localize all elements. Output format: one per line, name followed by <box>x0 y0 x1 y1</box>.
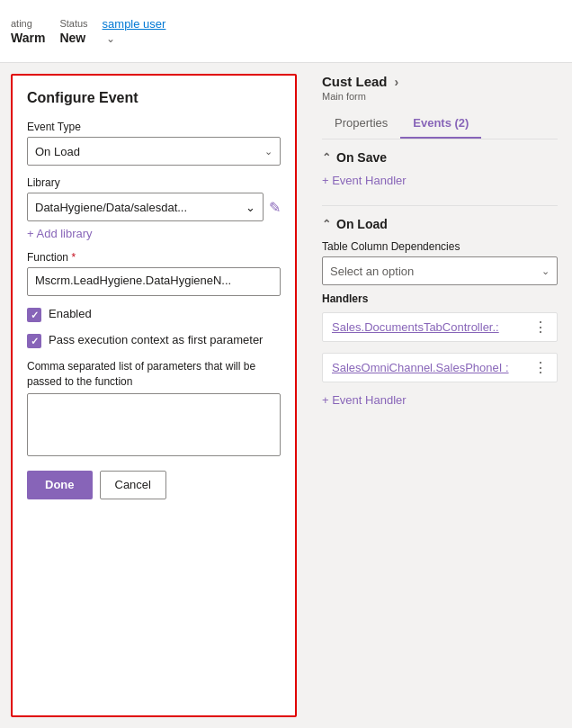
main-content: Configure Event Event Type On Load ⌄ Lib… <box>0 63 572 728</box>
tab-events[interactable]: Events (2) <box>400 109 481 139</box>
on-save-chevron-icon: ⌃ <box>322 151 331 164</box>
right-panel: Cust Lead › Main form Properties Events … <box>308 63 572 728</box>
library-field: Library DataHygiene/Data/salesdat... ⌄ ✎… <box>27 176 281 240</box>
event-type-label: Event Type <box>27 121 281 133</box>
function-field: Function * Mscrm.LeadHygiene.DataHygiene… <box>27 251 281 296</box>
cust-lead-name: Cust Lead <box>322 74 388 89</box>
table-col-deps-group: Table Column Dependencies Select an opti… <box>322 240 558 285</box>
tab-properties[interactable]: Properties <box>322 109 400 139</box>
edit-icon[interactable]: ✎ <box>269 199 281 216</box>
tabs: Properties Events (2) <box>322 109 558 139</box>
new-value: New <box>59 31 87 45</box>
on-load-section: ⌃ On Load Table Column Dependencies Sele… <box>322 217 558 414</box>
function-label: Function * <box>27 251 281 264</box>
configure-event-panel: Configure Event Event Type On Load ⌄ Lib… <box>11 74 297 717</box>
main-form-label: Main form <box>322 91 558 102</box>
on-save-header: ⌃ On Save <box>322 150 558 165</box>
function-value: Mscrm.LeadHygiene.DataHygieneN... <box>35 274 231 287</box>
cust-lead-chevron-icon: › <box>395 75 399 89</box>
library-chevron-icon: ⌄ <box>246 201 255 214</box>
done-button[interactable]: Done <box>27 471 93 499</box>
pass-context-row[interactable]: Pass execution context as first paramete… <box>27 333 281 348</box>
on-load-label: On Load <box>336 217 388 231</box>
event-type-field: Event Type On Load ⌄ <box>27 121 281 166</box>
right-header: Cust Lead › Main form Properties Events … <box>308 63 572 139</box>
cancel-button[interactable]: Cancel <box>100 471 166 499</box>
library-row: DataHygiene/Data/salesdat... ⌄ ✎ <box>27 193 281 221</box>
handler-1-name[interactable]: Sales.DocumentsTabController.: <box>332 320 499 334</box>
add-event-handler-save-label: + Event Handler <box>322 174 407 187</box>
add-event-handler-load[interactable]: + Event Handler <box>322 393 558 407</box>
enabled-row[interactable]: Enabled <box>27 307 281 322</box>
on-load-chevron-icon: ⌃ <box>322 218 331 230</box>
on-load-header: ⌃ On Load <box>322 217 558 231</box>
new-status-item: Status New <box>59 18 87 45</box>
library-value: DataHygiene/Data/salesdat... <box>35 201 187 214</box>
enabled-checkbox[interactable] <box>27 308 41 322</box>
section-divider <box>322 205 558 206</box>
handler-1-menu-icon[interactable]: ⋮ <box>533 319 548 336</box>
event-type-chevron-icon: ⌄ <box>264 146 273 157</box>
select-option-chevron-icon: ⌄ <box>541 265 550 277</box>
select-option-dropdown[interactable]: Select an option ⌄ <box>322 256 558 285</box>
function-input[interactable]: Mscrm.LeadHygiene.DataHygieneN... <box>27 267 281 296</box>
add-library-button[interactable]: + Add library <box>27 227 281 240</box>
cust-lead-title: Cust Lead › <box>322 74 558 89</box>
panel-title: Configure Event <box>27 90 281 106</box>
warm-sublabel: ating <box>11 18 45 29</box>
button-row: Done Cancel <box>27 471 281 499</box>
add-event-handler-load-label: + Event Handler <box>322 393 407 407</box>
function-required: * <box>71 251 76 264</box>
on-save-label: On Save <box>336 150 387 165</box>
handler-2-name[interactable]: SalesOmniChannel.SalesPhoneI : <box>332 361 509 374</box>
user-name-item: sample user ⌄ <box>103 17 561 45</box>
select-option-value: Select an option <box>330 265 414 278</box>
params-textarea[interactable] <box>27 393 281 456</box>
right-body: ⌃ On Save + Event Handler ⌃ On Load Tabl… <box>308 139 572 728</box>
params-label: Comma separated list of parameters that … <box>27 359 281 390</box>
library-label: Library <box>27 176 281 189</box>
enabled-label: Enabled <box>49 307 92 320</box>
handler-2-menu-icon[interactable]: ⋮ <box>533 359 548 376</box>
new-sublabel: Status <box>59 18 87 29</box>
event-type-select[interactable]: On Load ⌄ <box>27 137 281 166</box>
handler-item-2: SalesOmniChannel.SalesPhoneI : ⋮ <box>322 353 558 382</box>
add-library-label: + Add library <box>27 227 93 240</box>
library-select[interactable]: DataHygiene/Data/salesdat... ⌄ <box>27 193 264 221</box>
user-chevron-icon[interactable]: ⌄ <box>106 32 561 45</box>
table-col-deps-label: Table Column Dependencies <box>322 240 558 253</box>
add-event-handler-save[interactable]: + Event Handler <box>322 174 558 187</box>
handler-item-1: Sales.DocumentsTabController.: ⋮ <box>322 312 558 342</box>
params-field: Comma separated list of parameters that … <box>27 359 281 456</box>
pass-context-label: Pass execution context as first paramete… <box>49 333 263 346</box>
warm-value: Warm <box>11 31 45 45</box>
handlers-label: Handlers <box>322 292 558 305</box>
user-name: sample user <box>103 17 561 31</box>
top-bar: ating Warm Status New sample user ⌄ <box>0 0 572 63</box>
pass-context-checkbox[interactable] <box>27 334 41 348</box>
event-type-value: On Load <box>35 145 80 158</box>
warm-status-item: ating Warm <box>11 18 45 45</box>
